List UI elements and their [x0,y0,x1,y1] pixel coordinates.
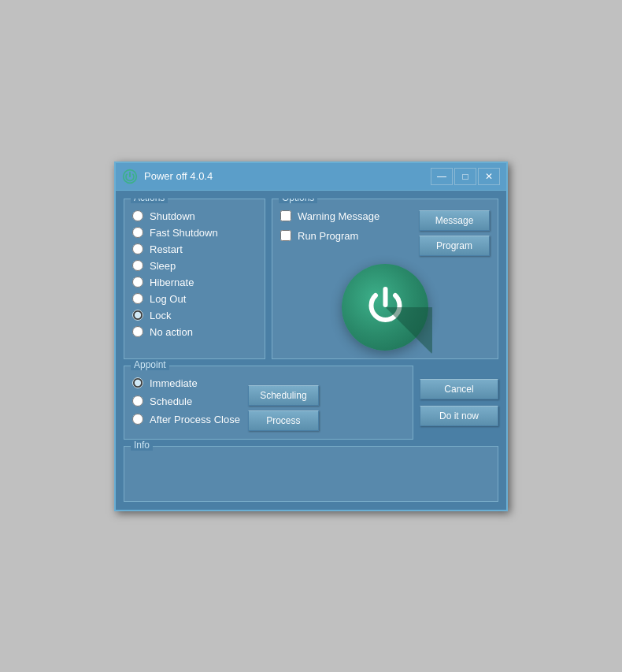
title-bar: Power off 4.0.4 — □ ✕ [116,163,506,191]
action-shutdown-label: Shutdown [150,210,195,222]
process-button[interactable]: Process [248,410,319,431]
action-restart[interactable]: Restart [132,243,257,255]
window-controls: — □ ✕ [431,168,500,185]
app-icon [122,169,138,184]
appoint-group: Appoint Immediate Schedule [124,366,413,440]
action-lock-label: Lock [150,310,171,321]
appoint-after-process[interactable]: After Process Close [132,414,240,425]
appoint-immediate[interactable]: Immediate [132,377,240,389]
top-row: Actions Shutdown Fast Shutdown Restart [124,199,498,359]
appoint-immediate-radio[interactable] [132,377,143,388]
action-hibernate-radio[interactable] [132,277,143,288]
program-button[interactable]: Program [419,236,490,256]
appoint-after-process-label: After Process Close [150,414,240,425]
window-body: Actions Shutdown Fast Shutdown Restart [116,191,506,510]
message-button[interactable]: Message [419,210,490,231]
info-group: Info [124,446,498,502]
appoint-legend: Appoint [131,359,169,370]
action-sleep[interactable]: Sleep [132,260,257,272]
run-program-label: Run Program [298,230,358,242]
appoint-immediate-label: Immediate [150,377,198,389]
action-shutdown-radio[interactable] [132,210,143,221]
info-legend: Info [131,440,153,451]
action-fast-shutdown[interactable]: Fast Shutdown [132,227,257,239]
appoint-schedule-radio[interactable] [132,395,143,407]
action-hibernate-label: Hibernate [150,277,194,288]
window-title: Power off 4.0.4 [144,170,424,182]
cancel-button[interactable]: Cancel [420,379,498,399]
do-it-now-button[interactable]: Do it now [420,406,498,426]
action-restart-label: Restart [150,243,183,255]
action-log-out-radio[interactable] [132,293,143,304]
options-left: Warning Message Run Program [280,210,411,242]
warning-message-checkbox[interactable] [280,210,291,221]
action-no-action[interactable]: No action [132,326,257,338]
power-icon-area [280,256,490,351]
appoint-content: Immediate Schedule After Process Close [132,377,405,431]
minimize-button[interactable]: — [431,168,453,185]
main-action-buttons: Cancel Do it now [420,366,498,440]
action-no-action-radio[interactable] [132,326,143,337]
actions-group: Actions Shutdown Fast Shutdown Restart [124,199,265,359]
info-content [132,458,490,493]
action-restart-radio[interactable] [132,243,143,254]
appoint-schedule[interactable]: Schedule [132,395,240,407]
options-content: Warning Message Run Program Message Prog… [280,210,490,256]
close-button[interactable]: ✕ [478,168,500,185]
run-program-checkbox[interactable] [280,230,291,241]
action-lock[interactable]: Lock [132,310,257,321]
action-shutdown[interactable]: Shutdown [132,210,257,222]
application-window: Power off 4.0.4 — □ ✕ Actions Shutdown [114,162,508,511]
run-program-item[interactable]: Run Program [280,230,411,242]
power-icon [342,264,428,351]
action-hibernate[interactable]: Hibernate [132,277,257,288]
options-legend: Options [279,199,317,203]
options-group: Options Warning Message Run Program [272,199,498,359]
appoint-radios: Immediate Schedule After Process Close [132,377,240,431]
actions-radio-group: Shutdown Fast Shutdown Restart Sleep [132,210,257,338]
warning-message-label: Warning Message [298,210,379,222]
action-fast-shutdown-label: Fast Shutdown [150,227,218,239]
action-lock-radio[interactable] [132,310,143,321]
appoint-action-buttons: Scheduling Process [248,377,319,431]
options-buttons-container: Message Program [419,210,490,256]
bottom-row: Appoint Immediate Schedule [124,366,498,440]
scheduling-button[interactable]: Scheduling [248,385,319,406]
actions-legend: Actions [131,199,168,203]
maximize-button[interactable]: □ [454,168,476,185]
bottom-left: Appoint Immediate Schedule [124,366,413,440]
action-sleep-radio[interactable] [132,260,143,271]
action-no-action-label: No action [150,326,193,338]
warning-message-item[interactable]: Warning Message [280,210,411,222]
action-log-out-label: Log Out [150,293,186,305]
action-sleep-label: Sleep [150,260,176,272]
action-fast-shutdown-radio[interactable] [132,227,143,238]
appoint-after-process-radio[interactable] [132,414,143,425]
action-log-out[interactable]: Log Out [132,293,257,305]
appoint-schedule-label: Schedule [150,395,192,407]
